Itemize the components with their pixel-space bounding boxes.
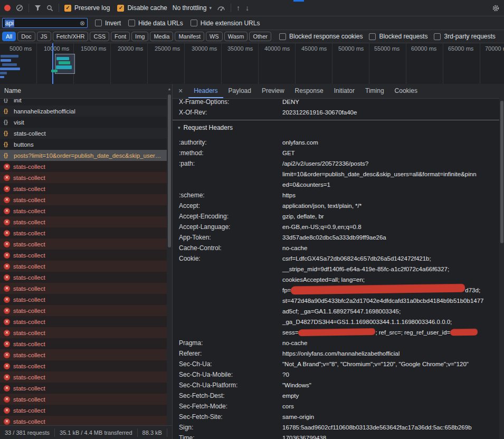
type-filter-img[interactable]: Img	[131, 32, 148, 41]
clear-filter-icon[interactable]: ⊗	[80, 20, 85, 26]
tab-response[interactable]: Response	[290, 84, 329, 98]
type-filter-fetch-xhr[interactable]: Fetch/XHR	[53, 32, 89, 41]
type-filter-other[interactable]: Other	[249, 32, 271, 41]
request-row[interactable]: ✕stats-collect	[0, 227, 167, 238]
request-row[interactable]: ✕stats-collect	[0, 183, 167, 194]
request-row[interactable]: ✕stats-collect	[0, 172, 167, 183]
checkbox-3rd-party-requests[interactable]: 3rd-party requests	[434, 33, 495, 40]
left-scrollbar-thumb[interactable]	[168, 94, 171, 247]
right-scrollbar[interactable]	[499, 84, 504, 439]
toolbar-divider	[59, 4, 59, 12]
tab-initiator[interactable]: Initiator	[329, 84, 360, 98]
settings-gear-icon[interactable]	[492, 4, 500, 12]
request-row[interactable]: ✕stats-collect	[0, 261, 167, 272]
checkbox-invert[interactable]: Invert	[95, 20, 121, 27]
type-filter-ws[interactable]: WS	[206, 32, 223, 41]
tab-preview[interactable]: Preview	[256, 84, 290, 98]
header-row: X-Frame-Options:DENY	[173, 99, 499, 107]
request-name: stats-collect	[13, 396, 45, 403]
clear-button[interactable]	[16, 4, 23, 12]
header-name: X-Of-Rev:	[173, 107, 282, 118]
request-row[interactable]: {}stats-collect	[0, 128, 167, 139]
scroll-up-icon[interactable]: ▲	[167, 87, 172, 91]
status-item: 35.1 kB / 4.4 MB transferred	[55, 428, 138, 437]
tab-payload[interactable]: Payload	[223, 84, 256, 98]
checkbox-preserve-log[interactable]: ✓Preserve log	[64, 4, 110, 12]
request-row[interactable]: ✕stats-collect	[0, 338, 167, 349]
network-conditions-icon[interactable]	[217, 5, 225, 11]
type-filter-css[interactable]: CSS	[90, 32, 109, 41]
request-name: stats-collect	[13, 418, 45, 425]
timeline-overview[interactable]: 5000 ms10000 ms15000 ms20000 ms25000 ms3…	[0, 43, 504, 84]
import-har-icon[interactable]: ↑	[236, 4, 240, 12]
request-row[interactable]: ✕stats-collect	[0, 394, 167, 405]
request-row-selected[interactable]: {}posts?limit=10&order=publish_date_desc…	[0, 150, 167, 161]
filter-input[interactable]: api ⊗	[2, 18, 88, 28]
error-icon: ✕	[4, 418, 10, 425]
request-row[interactable]: ✕stats-collect	[0, 416, 167, 425]
error-icon: ✕	[4, 297, 10, 303]
request-row[interactable]: {}visit	[0, 117, 167, 128]
request-headers-list: :authority:onlyfans.com:method:GET:path:…	[173, 137, 499, 439]
request-headers-section[interactable]: ▾ Request Headers	[173, 120, 499, 135]
header-row: Sec-Ch-Ua-Mobile:?0	[173, 369, 499, 380]
checkbox-box-icon	[95, 20, 102, 26]
request-row[interactable]: ✕stats-collect	[0, 349, 167, 360]
export-har-icon[interactable]: ↓	[245, 4, 249, 12]
request-row[interactable]: ✕stats-collect	[0, 405, 167, 416]
request-row[interactable]: {}buttons	[0, 139, 167, 150]
request-row[interactable]: ✕stats-collect	[0, 194, 167, 205]
name-column-header[interactable]: Name	[0, 84, 167, 99]
filter-icon[interactable]	[34, 5, 41, 11]
request-row[interactable]: ✕stats-collect	[0, 272, 167, 283]
request-row[interactable]: ✕stats-collect	[0, 371, 167, 383]
request-row[interactable]: ✕stats-collect	[0, 205, 167, 216]
checkbox-hide-extension-urls[interactable]: Hide extension URLs	[191, 20, 260, 27]
left-scrollbar[interactable]: ▲	[167, 84, 172, 425]
type-filter-manifest[interactable]: Manifest	[175, 32, 204, 41]
checkbox-blocked-response-cookies[interactable]: Blocked response cookies	[279, 33, 363, 40]
tab-headers[interactable]: Headers	[188, 84, 223, 98]
close-details-icon[interactable]: ×	[173, 84, 188, 98]
throttling-dropdown[interactable]: No throttling ▾	[173, 4, 212, 12]
checkbox-disable-cache[interactable]: ✓Disable cache	[117, 4, 167, 12]
braces-icon: {}	[4, 119, 11, 125]
header-row: Sec-Fetch-Mode:cors	[173, 401, 499, 412]
request-row[interactable]: ✕stats-collect	[0, 383, 167, 394]
request-row[interactable]: ✕stats-collect	[0, 360, 167, 371]
type-filter-media[interactable]: Media	[150, 32, 173, 41]
request-row[interactable]: ✕stats-collect	[0, 294, 167, 305]
search-icon[interactable]	[46, 5, 53, 12]
request-row[interactable]: {}hannahelizabethofficial	[0, 106, 167, 117]
checkbox-hide-data-urls[interactable]: Hide data URLs	[128, 20, 183, 27]
request-row[interactable]: ✕stats-collect	[0, 305, 167, 316]
error-icon: ✕	[4, 407, 10, 414]
tab-timing[interactable]: Timing	[360, 84, 389, 98]
timeline-label: 10000 ms	[44, 45, 69, 52]
checkbox-blocked-requests[interactable]: Blocked requests	[369, 33, 427, 40]
waterfall-bar	[0, 76, 4, 78]
status-item: 33 / 381 requests	[0, 428, 55, 437]
chevron-down-icon: ▾	[209, 5, 212, 11]
status-bar: 33 / 381 requests35.1 kB / 4.4 MB transf…	[0, 425, 172, 439]
request-row[interactable]: ✕stats-collect	[0, 283, 167, 294]
type-filter-all[interactable]: All	[2, 32, 16, 41]
header-row: Accept-Language:en-GB,en-US;q=0.9,en;q=0…	[173, 222, 499, 232]
type-filter-doc[interactable]: Doc	[17, 32, 35, 41]
header-value: gzip, deflate, br	[282, 211, 499, 222]
request-row[interactable]: ✕stats-collect	[0, 316, 167, 327]
record-button[interactable]	[4, 5, 11, 11]
header-value: ?0	[282, 369, 499, 380]
header-value: DENY	[282, 99, 499, 107]
tab-cookies[interactable]: Cookies	[389, 84, 423, 98]
type-filter-font[interactable]: Font	[111, 32, 130, 41]
right-scrollbar-thumb[interactable]	[500, 101, 503, 243]
request-row[interactable]: {}init	[0, 99, 167, 106]
request-row[interactable]: ✕stats-collect	[0, 250, 167, 261]
request-row[interactable]: ✕stats-collect	[0, 216, 167, 227]
request-row[interactable]: ✕stats-collect	[0, 161, 167, 172]
type-filter-wasm[interactable]: Wasm	[224, 32, 248, 41]
type-filter-js[interactable]: JS	[37, 32, 51, 41]
request-row[interactable]: ✕stats-collect	[0, 238, 167, 250]
request-row[interactable]: ✕stats-collect	[0, 327, 167, 338]
